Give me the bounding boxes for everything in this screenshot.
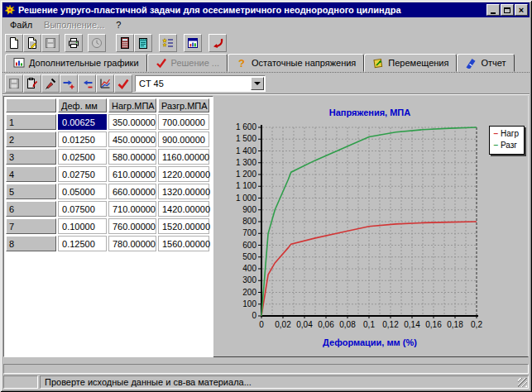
data-cell[interactable]: 1560.00000 [158,236,209,251]
tab-residual-stresses[interactable]: ? Остаточные напряжения [228,54,364,72]
status-cell-main: Проверте исходные данные и св-ва материа… [40,375,529,389]
save-icon [44,36,57,50]
add-row-button[interactable] [60,74,78,93]
apply-check-button[interactable] [114,74,132,93]
progress-strip [3,364,529,374]
close-button[interactable]: × [515,4,528,16]
menu-bar: Файл Выполнение... ? [2,17,530,32]
notepad-button[interactable] [134,34,152,52]
chevron-down-icon [254,82,261,85]
paste-data-button[interactable] [23,74,41,93]
table-row: 40.02750610.000001220.00000 [6,166,209,182]
apply-check-icon [117,77,130,90]
resize-grip[interactable] [518,378,527,387]
menu-item-help[interactable]: ? [110,18,127,31]
content-area: Деф. мм Нагр.МПА Разгр.МПА 10.00625350.0… [3,96,529,357]
svg-text:900: 900 [242,205,256,214]
combobox-dropdown-button[interactable] [251,77,264,90]
data-cell[interactable]: 1160.00000 [158,149,209,165]
data-cell[interactable]: 450.00000 [108,131,156,147]
svg-text:1 500: 1 500 [236,134,256,143]
delete-row-button[interactable] [78,74,96,93]
title-bar: Решение упруго-пластичной задачи для осе… [2,2,530,17]
edit-brush-button[interactable] [41,74,60,93]
add-row-icon [62,77,75,90]
row-header-cell[interactable]: 3 [6,149,56,165]
tab-displacements[interactable]: Перемещения [364,54,457,72]
chart-tab-icon [13,57,25,69]
tab-solution[interactable]: Решение ... [147,54,228,72]
new-file-button[interactable] [5,34,23,52]
print-button[interactable] [65,34,83,52]
row-header-cell[interactable]: 4 [6,166,56,182]
svg-text:1 400: 1 400 [236,146,256,155]
svg-text:600: 600 [242,241,256,250]
column-header-nagr[interactable]: Нагр.МПА [108,98,156,112]
data-cell[interactable]: 1520.00000 [158,218,209,234]
row-header-cell[interactable]: 1 [6,114,56,130]
print-icon [67,36,80,50]
data-cell[interactable]: 780.00000 [108,236,156,251]
close-icon: × [519,6,524,15]
data-cell[interactable]: 660.00000 [108,184,156,199]
tab-report[interactable]: Отчет [457,54,514,72]
column-header-razgr[interactable]: Разгр.МПА [158,98,209,112]
paste-icon [26,77,39,90]
notepad-icon [137,36,150,50]
tab-bar: Дополнительные графики Решение ... ? Ост… [2,54,530,73]
data-cell[interactable]: 0.02750 [58,166,107,182]
material-combobox[interactable]: CT 45 [135,75,266,92]
data-cell[interactable]: 350.00000 [108,114,156,130]
svg-text:0,08: 0,08 [339,320,356,329]
data-cell[interactable]: 0.00625 [58,114,107,130]
data-cell[interactable]: 700.00000 [158,114,209,130]
row-header-cell[interactable]: 2 [6,131,56,147]
legend-label: Нагр [501,128,519,140]
svg-text:500: 500 [242,252,256,261]
svg-text:0,04: 0,04 [296,320,313,329]
legend-dash: – [493,128,498,140]
row-header-cell[interactable]: 5 [6,184,56,199]
tab-label: Перемещения [388,58,448,68]
save-material-button [5,74,23,93]
table-body: 10.00625350.00000700.0000020.01250450.00… [6,114,209,251]
data-cell[interactable]: 0.05000 [58,184,107,199]
data-cell[interactable]: 760.00000 [108,218,156,234]
data-cell[interactable]: 1320.00000 [158,184,209,199]
tab-label: Решение ... [171,58,219,68]
svg-text:0,06: 0,06 [318,320,334,329]
data-cell[interactable]: 900.00000 [158,131,209,147]
data-cell[interactable]: 580.00000 [108,149,156,165]
data-cell[interactable]: 610.00000 [108,166,156,182]
graph-button[interactable] [96,74,114,93]
data-cell[interactable]: 0.07500 [58,201,107,217]
exit-button[interactable] [208,34,227,52]
data-cell[interactable]: 0.02500 [58,149,107,165]
data-cell[interactable]: 0.10000 [58,218,107,234]
maximize-button[interactable] [501,4,514,16]
column-header-def[interactable]: Деф. мм [58,98,107,112]
question-tab-icon: ? [236,57,247,69]
svg-text:0,18: 0,18 [447,320,463,329]
data-cell[interactable]: 1220.00000 [158,166,209,182]
open-file-button[interactable] [23,34,41,52]
data-cell[interactable]: 1420.00000 [158,201,209,217]
svg-text:1 000: 1 000 [236,194,256,203]
svg-text:1 300: 1 300 [236,158,256,167]
row-header-cell[interactable]: 7 [6,218,56,234]
options-button[interactable] [159,34,177,52]
data-cell[interactable]: 0.01250 [58,131,107,147]
data-cell[interactable]: 710.00000 [108,201,156,217]
calculator-button[interactable] [116,34,134,52]
options-icon [161,36,175,50]
row-header-cell[interactable]: 6 [6,201,56,217]
tab-additional-graphs[interactable]: Дополнительные графики [5,54,147,72]
results-window-button[interactable] [184,34,202,52]
minimize-button[interactable] [486,4,500,16]
data-cell[interactable]: 0.12500 [58,236,107,251]
legend-label: Разг [501,140,517,151]
svg-text:400: 400 [242,264,256,273]
svg-text:1 100: 1 100 [236,181,256,190]
menu-item-file[interactable]: Файл [4,18,38,31]
row-header-cell[interactable]: 8 [6,236,56,251]
